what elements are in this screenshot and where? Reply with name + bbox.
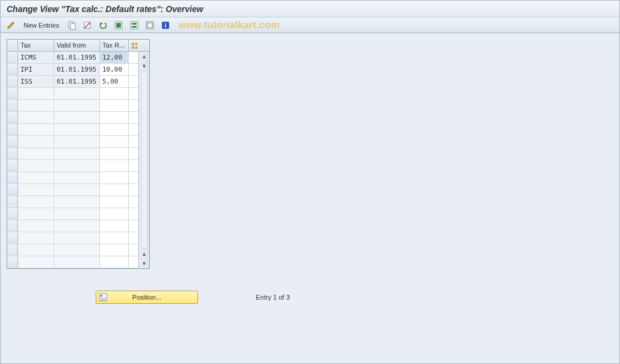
cell-tax[interactable] — [18, 88, 54, 99]
cell-tax[interactable] — [18, 124, 54, 135]
table-row — [7, 196, 138, 208]
cell-tax-rate[interactable] — [100, 220, 129, 232]
cell-valid-from[interactable] — [54, 256, 100, 268]
scroll-track[interactable] — [141, 72, 147, 248]
cell-tax-rate[interactable] — [100, 208, 129, 220]
header-valid-from[interactable]: Valid from — [54, 40, 100, 51]
delete-icon[interactable] — [81, 19, 94, 31]
scroll-down-small-icon[interactable]: ▼ — [140, 61, 149, 71]
row-selector[interactable] — [7, 196, 18, 208]
cell-tax[interactable]: IPI — [18, 64, 54, 75]
cell-tax[interactable] — [18, 232, 54, 244]
cell-tax[interactable] — [18, 100, 54, 111]
cell-tax-rate[interactable] — [100, 160, 129, 171]
change-display-icon[interactable] — [4, 19, 17, 31]
table-config-icon[interactable] — [129, 40, 140, 51]
scroll-up-icon[interactable]: ▲ — [140, 52, 149, 61]
cell-tax-rate[interactable] — [100, 256, 129, 268]
cell-tax-rate[interactable]: 12,00 — [100, 52, 129, 63]
cell-tax-rate[interactable]: 5,00 — [100, 76, 129, 87]
position-button[interactable]: Position... — [96, 291, 198, 304]
cell-tax-rate[interactable] — [100, 124, 129, 135]
cell-tax-rate[interactable] — [100, 100, 129, 111]
cell-valid-from[interactable] — [54, 244, 100, 256]
row-selector[interactable] — [7, 52, 18, 63]
table-row — [7, 88, 138, 100]
cell-valid-from[interactable] — [54, 88, 100, 99]
svg-rect-8 — [132, 26, 137, 28]
row-selector[interactable] — [7, 148, 18, 159]
row-selector[interactable] — [7, 184, 18, 196]
row-selector[interactable] — [7, 124, 18, 135]
cell-tax-rate[interactable] — [100, 112, 129, 123]
cell-tax-rate[interactable] — [100, 232, 129, 244]
scroll-up-small-icon[interactable]: ▲ — [140, 249, 149, 259]
cell-tax[interactable] — [18, 136, 54, 147]
row-selector[interactable] — [7, 76, 18, 87]
cell-valid-from[interactable] — [54, 232, 100, 244]
row-selector[interactable] — [7, 112, 18, 123]
cell-tax-rate[interactable] — [100, 184, 129, 196]
row-selector[interactable] — [7, 244, 18, 256]
cell-tax[interactable]: ICMS — [18, 52, 54, 63]
cell-valid-from[interactable] — [54, 112, 100, 123]
deselect-all-icon[interactable] — [143, 19, 157, 31]
cell-tax-rate[interactable] — [100, 244, 129, 256]
data-table: Tax Valid from Tax R... ICMS01.01.199512… — [7, 39, 150, 269]
row-selector[interactable] — [7, 220, 18, 232]
select-block-icon[interactable] — [128, 19, 141, 31]
cell-valid-from[interactable] — [54, 196, 100, 208]
undo-icon[interactable] — [96, 19, 110, 31]
cell-tax-rate[interactable]: 10,00 — [100, 64, 129, 75]
vertical-scrollbar[interactable]: ▲ ▼ ▲ ▼ — [138, 52, 149, 268]
scroll-down-icon[interactable]: ▼ — [140, 259, 149, 268]
cell-valid-from[interactable] — [54, 220, 100, 232]
row-selector[interactable] — [7, 88, 18, 99]
cell-valid-from[interactable] — [54, 100, 100, 111]
info-icon[interactable]: i — [159, 19, 172, 31]
cell-valid-from[interactable] — [54, 172, 100, 184]
header-tax-rate[interactable]: Tax R... — [100, 40, 129, 51]
cell-tax[interactable] — [18, 160, 54, 171]
cell-tax[interactable] — [18, 256, 54, 268]
cell-valid-from[interactable] — [54, 136, 100, 147]
header-tax[interactable]: Tax — [18, 40, 54, 51]
row-selector[interactable] — [7, 64, 18, 75]
table-row — [7, 220, 138, 232]
cell-tax-rate[interactable] — [100, 196, 129, 208]
cell-tax-rate[interactable] — [100, 88, 129, 99]
cell-valid-from[interactable] — [54, 124, 100, 135]
cell-valid-from[interactable]: 01.01.1995 — [54, 64, 100, 75]
cell-tax[interactable] — [18, 208, 54, 220]
row-selector[interactable] — [7, 208, 18, 220]
row-selector[interactable] — [7, 256, 18, 268]
cell-tax-rate[interactable] — [100, 136, 129, 147]
cell-tax[interactable] — [18, 112, 54, 123]
cell-valid-from[interactable] — [54, 208, 100, 220]
copy-icon[interactable] — [65, 19, 78, 31]
new-entries-button[interactable]: New Entries — [20, 19, 63, 31]
cell-valid-from[interactable] — [54, 160, 100, 171]
select-all-icon[interactable] — [112, 19, 125, 31]
cell-tax[interactable] — [18, 184, 54, 196]
row-selector[interactable] — [7, 160, 18, 171]
cell-valid-from[interactable]: 01.01.1995 — [54, 52, 100, 63]
row-selector[interactable] — [7, 232, 18, 244]
cell-tax[interactable] — [18, 244, 54, 256]
header-row-selector[interactable] — [7, 40, 18, 51]
cell-valid-from[interactable] — [54, 184, 100, 196]
cell-tax[interactable] — [18, 148, 54, 159]
cell-tax[interactable] — [18, 196, 54, 208]
table-header: Tax Valid from Tax R... — [7, 40, 149, 52]
table-body: ICMS01.01.199512,00IPI01.01.199510,00ISS… — [7, 52, 149, 268]
cell-tax[interactable] — [18, 220, 54, 232]
cell-valid-from[interactable] — [54, 148, 100, 159]
row-selector[interactable] — [7, 100, 18, 111]
cell-tax[interactable]: ISS — [18, 76, 54, 87]
cell-valid-from[interactable]: 01.01.1995 — [54, 76, 100, 87]
cell-tax[interactable] — [18, 172, 54, 184]
row-selector[interactable] — [7, 136, 18, 147]
row-selector[interactable] — [7, 172, 18, 184]
cell-tax-rate[interactable] — [100, 172, 129, 184]
cell-tax-rate[interactable] — [100, 148, 129, 159]
